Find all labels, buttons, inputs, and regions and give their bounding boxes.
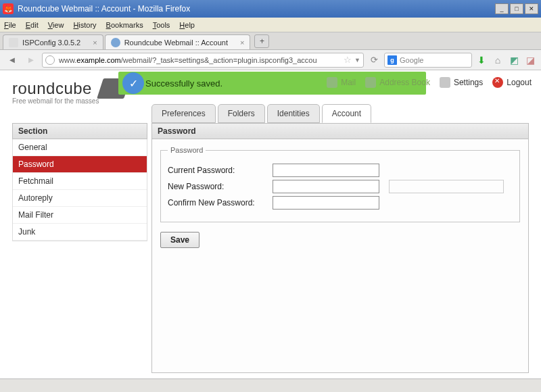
menubar: File Edit View History Bookmarks Tools H…	[0, 18, 541, 32]
menu-tools[interactable]: Tools	[153, 21, 170, 29]
section-item-junk[interactable]: Junk	[13, 224, 147, 241]
url-path: /webmail/?_task=settings&_action=plugin.…	[121, 56, 317, 64]
forward-button[interactable]: ►	[23, 53, 39, 68]
section-item-autoreply[interactable]: Autoreply	[13, 190, 147, 207]
fieldset-legend: Password	[168, 146, 206, 154]
checkmark-icon: ✓	[122, 72, 144, 94]
logo: roundcube Free webmail for the masses	[12, 78, 127, 99]
tab-identities[interactable]: Identities	[267, 104, 320, 123]
browser-tab-roundcube[interactable]: Roundcube Webmail :: Account ×	[105, 34, 251, 49]
nav-address-label: Address Book	[379, 78, 430, 87]
globe-icon	[45, 55, 55, 65]
addon-icon[interactable]: ◩	[507, 53, 521, 67]
section-list: General Password Fetchmail Autoreply Mai…	[12, 139, 147, 241]
new-tab-button[interactable]: +	[254, 34, 269, 48]
success-text: Successfully saved.	[145, 78, 222, 89]
section-item-general[interactable]: General	[13, 139, 147, 156]
panel-title: Password	[151, 123, 529, 139]
menu-edit[interactable]: Edit	[26, 21, 39, 29]
nav-settings-label: Settings	[454, 78, 483, 87]
search-bar[interactable]: g Google	[384, 53, 472, 68]
nav-settings[interactable]: Settings	[440, 77, 483, 88]
nav-mail-label: Mail	[341, 78, 356, 87]
nav-mail[interactable]: Mail	[327, 77, 356, 88]
input-new-password[interactable]	[273, 180, 379, 193]
browser-tab-ispconfig[interactable]: ISPConfig 3.0.5.2 ×	[3, 34, 103, 49]
firefox-icon: 🦊	[3, 3, 14, 14]
address-book-icon	[365, 77, 376, 88]
save-button[interactable]: Save	[160, 232, 199, 248]
status-bar	[0, 378, 541, 392]
window-title: Roundcube Webmail :: Account - Mozilla F…	[18, 4, 494, 14]
brand-tagline: Free webmail for the masses	[12, 97, 99, 105]
extension-icon[interactable]: ◪	[523, 53, 537, 67]
maximize-button[interactable]: □	[510, 3, 523, 14]
search-placeholder: Google	[400, 56, 423, 64]
back-button[interactable]: ◄	[4, 53, 20, 68]
favicon-icon	[9, 38, 18, 47]
address-bar[interactable]: www.example.com/webmail/?_task=settings&…	[42, 53, 364, 68]
section-item-fetchmail[interactable]: Fetchmail	[13, 173, 147, 190]
tab-account[interactable]: Account	[322, 104, 371, 123]
brand-name: roundcube	[12, 79, 92, 98]
favicon-icon	[111, 38, 120, 47]
menu-file[interactable]: File	[4, 21, 16, 29]
home-icon[interactable]: ⌂	[491, 53, 504, 67]
browser-tab-label: Roundcube Webmail :: Account	[124, 39, 228, 47]
minimize-button[interactable]: _	[495, 3, 509, 14]
url-domain: example.com	[76, 56, 120, 64]
close-tab-icon[interactable]: ×	[93, 39, 97, 47]
url-dropdown-icon[interactable]: ▼	[354, 57, 360, 64]
nav-address-book[interactable]: Address Book	[365, 77, 430, 88]
nav-logout[interactable]: Logout	[492, 77, 532, 88]
close-tab-icon[interactable]: ×	[240, 39, 244, 47]
input-confirm-password[interactable]	[273, 196, 379, 210]
section-header: Section	[12, 123, 147, 139]
menu-history[interactable]: History	[73, 21, 96, 29]
tab-preferences[interactable]: Preferences	[151, 104, 216, 123]
label-confirm-password: Confirm New Password:	[168, 198, 273, 207]
nav-logout-label: Logout	[507, 78, 532, 87]
label-new-password: New Password:	[168, 182, 273, 191]
bookmark-star-icon[interactable]: ☆	[344, 55, 352, 65]
close-window-button[interactable]: ✕	[525, 3, 538, 14]
label-current-password: Current Password:	[168, 166, 273, 175]
menu-bookmarks[interactable]: Bookmarks	[106, 21, 143, 29]
section-item-password[interactable]: Password	[13, 156, 147, 173]
section-item-mailfilter[interactable]: Mail Filter	[13, 207, 147, 224]
tab-folders[interactable]: Folders	[218, 104, 265, 123]
menu-view[interactable]: View	[48, 21, 64, 29]
search-engine-icon[interactable]: g	[387, 55, 397, 65]
menu-help[interactable]: Help	[179, 21, 195, 29]
download-icon[interactable]: ⬇	[475, 53, 488, 67]
logout-icon	[492, 77, 503, 88]
mail-icon	[327, 77, 337, 88]
reload-button[interactable]: ⟳	[367, 53, 381, 68]
browser-tab-label: ISPConfig 3.0.5.2	[22, 39, 80, 47]
input-current-password[interactable]	[273, 164, 379, 177]
url-prefix: www.	[59, 56, 76, 64]
gear-icon	[440, 77, 450, 88]
password-strength-hint	[389, 180, 504, 193]
password-fieldset: Password Current Password: New Password:…	[160, 146, 520, 222]
